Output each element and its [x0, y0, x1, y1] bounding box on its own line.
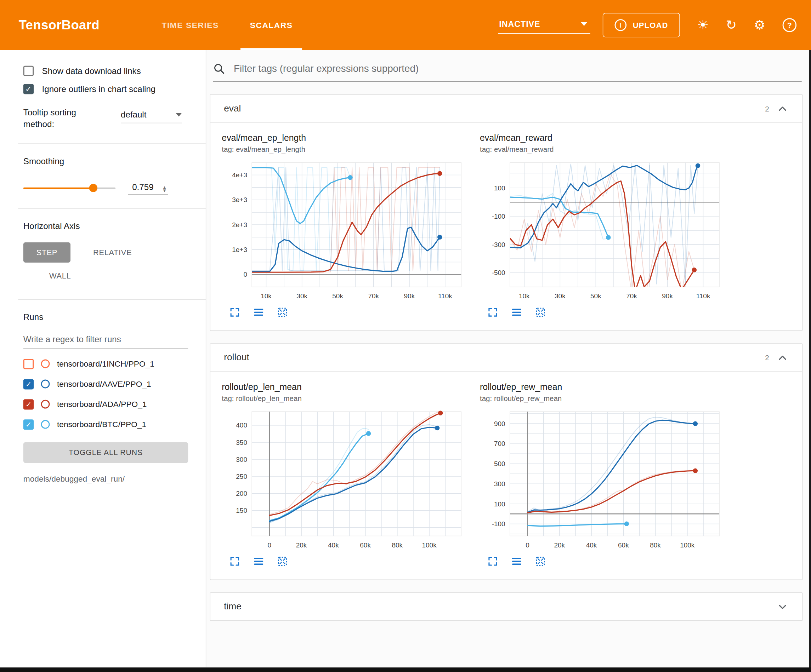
runs-list-icon[interactable] [511, 306, 523, 318]
chart-actions [229, 555, 477, 567]
svg-text:70k: 70k [626, 292, 637, 300]
horizontal-axis-buttons: STEP RELATIVE [24, 242, 191, 262]
section-count: 2 [765, 104, 769, 113]
refresh-icon[interactable]: ↻ [726, 19, 737, 32]
svg-text:30k: 30k [297, 292, 307, 300]
svg-text:150: 150 [236, 507, 247, 514]
svg-text:100: 100 [494, 185, 506, 192]
svg-text:2e+3: 2e+3 [232, 221, 247, 229]
svg-text:-100: -100 [492, 213, 506, 220]
smoothing-spinbox: ▲▼ [128, 181, 168, 195]
chevron-down-icon[interactable] [776, 601, 789, 613]
run-solo-radio[interactable] [41, 420, 50, 429]
section-eval-body: eval/mean_ep_length tag: eval/mean_ep_le… [210, 123, 802, 330]
chart-title: rollout/ep_rew_mean [480, 382, 735, 393]
ignore-outliers-checkbox[interactable]: ✓ [24, 84, 34, 94]
runs-list-icon[interactable] [253, 306, 264, 318]
expand-chart-icon[interactable] [487, 306, 499, 318]
svg-text:20k: 20k [296, 542, 307, 549]
fit-domain-icon[interactable] [535, 555, 546, 567]
svg-text:110k: 110k [438, 292, 452, 300]
ignore-outliers-row[interactable]: ✓ Ignore outliers in chart scaling [24, 84, 191, 94]
svg-text:-100: -100 [492, 520, 506, 528]
run-label: tensorboard/AAVE/PPO_1 [57, 379, 151, 389]
svg-text:40k: 40k [328, 542, 339, 549]
settings-gear-icon[interactable]: ⚙ [753, 19, 765, 32]
section-time-header[interactable]: time [210, 593, 802, 620]
run-checkbox[interactable]: ✓ [24, 379, 34, 389]
section-rollout-header[interactable]: rollout 2 [210, 344, 802, 372]
fit-domain-icon[interactable] [535, 306, 546, 318]
status-dropdown[interactable]: INACTIVE [498, 16, 590, 34]
expand-chart-icon[interactable] [487, 555, 499, 567]
chart-title: rollout/ep_len_mean [222, 382, 477, 393]
upload-button[interactable]: i UPLOAD [603, 13, 680, 37]
chevron-up-icon[interactable] [776, 102, 789, 115]
expand-chart-icon[interactable] [229, 306, 241, 318]
line-chart[interactable]: 020k40k60k80k100k150200250300350400 [222, 406, 477, 555]
stepper-down-icon[interactable]: ▼ [162, 189, 167, 192]
chart-tag: tag: eval/mean_reward [480, 145, 735, 153]
fit-domain-icon[interactable] [277, 306, 288, 318]
run-row-btc[interactable]: ✓ tensorboard/BTC/PPO_1 [24, 419, 191, 430]
axis-step-button[interactable]: STEP [24, 242, 70, 262]
help-icon[interactable]: ? [783, 18, 797, 32]
upload-label: UPLOAD [633, 21, 668, 30]
run-row-aave[interactable]: ✓ tensorboard/AAVE/PPO_1 [24, 379, 191, 389]
line-chart[interactable]: 10k30k50k70k90k110k100-100-300-500 [480, 156, 735, 305]
tooltip-sorting-dropdown[interactable]: default [121, 110, 182, 123]
tab-scalars[interactable]: SCALARS [234, 0, 309, 50]
section-eval-header[interactable]: eval 2 [210, 95, 802, 123]
svg-text:3e+3: 3e+3 [232, 196, 247, 203]
run-checkbox[interactable] [24, 359, 34, 369]
axis-wall-button[interactable]: WALL [40, 266, 80, 286]
run-checkbox[interactable]: ✓ [24, 399, 34, 410]
search-icon [213, 63, 225, 75]
svg-text:90k: 90k [662, 292, 673, 300]
scroll-edge[interactable] [809, 50, 811, 672]
runs-directory-label: models/debugged_eval_run/ [24, 474, 191, 483]
tooltip-sorting-value: default [121, 110, 147, 120]
tag-filter-row [213, 63, 801, 82]
run-checkbox[interactable]: ✓ [24, 419, 34, 430]
runs-list-icon[interactable] [253, 555, 264, 567]
show-download-links-checkbox[interactable] [24, 66, 34, 76]
smoothing-slider[interactable] [24, 187, 115, 189]
run-row-1inch[interactable]: tensorboard/1INCH/PPO_1 [24, 359, 191, 369]
line-chart[interactable]: 020k40k60k80k100k-100100300500700900 [480, 406, 735, 555]
line-chart[interactable]: 10k30k50k70k90k110k01e+32e+33e+34e+3 [222, 156, 477, 305]
smoothing-stepper[interactable]: ▲▼ [162, 186, 167, 192]
fit-domain-icon[interactable] [277, 555, 288, 567]
runs-list-icon[interactable] [511, 555, 523, 567]
viewport-edge [0, 667, 811, 672]
svg-text:100k: 100k [680, 542, 695, 549]
expand-chart-icon[interactable] [229, 555, 241, 567]
section-title: time [224, 601, 241, 612]
chart-title: eval/mean_ep_length [222, 133, 477, 143]
run-row-ada[interactable]: ✓ tensorboard/ADA/PPO_1 [24, 399, 191, 410]
tab-time-series[interactable]: TIME SERIES [146, 0, 234, 50]
show-download-links-label: Show data download links [42, 66, 141, 76]
run-solo-radio[interactable] [41, 380, 50, 389]
chart-tag: tag: eval/mean_ep_length [222, 145, 477, 153]
settings-sidebar: Show data download links ✓ Ignore outlie… [0, 50, 206, 667]
app-header: TensorBoard TIME SERIES SCALARS INACTIVE… [0, 0, 811, 50]
chart-card-rollout-ep-len-mean: rollout/ep_len_mean tag: rollout/ep_len_… [222, 382, 477, 567]
tag-filter-input[interactable] [232, 63, 802, 75]
svg-text:50k: 50k [332, 292, 343, 300]
info-icon: i [615, 19, 627, 31]
axis-relative-button[interactable]: RELATIVE [84, 242, 141, 262]
svg-text:90k: 90k [404, 292, 415, 300]
smoothing-value-input[interactable] [131, 181, 160, 193]
smoothing-slider-thumb[interactable] [89, 184, 97, 192]
runs-filter-input[interactable] [24, 331, 188, 349]
svg-text:100: 100 [494, 500, 506, 508]
show-download-links-row[interactable]: Show data download links [24, 66, 191, 76]
runs-label: Runs [24, 312, 191, 322]
run-solo-radio[interactable] [41, 359, 50, 368]
chevron-up-icon[interactable] [776, 351, 789, 364]
brightness-icon[interactable]: ☀ [697, 19, 709, 32]
run-solo-radio[interactable] [41, 400, 50, 409]
toggle-all-runs-button[interactable]: TOGGLE ALL RUNS [24, 442, 188, 463]
svg-text:60k: 60k [618, 542, 629, 549]
